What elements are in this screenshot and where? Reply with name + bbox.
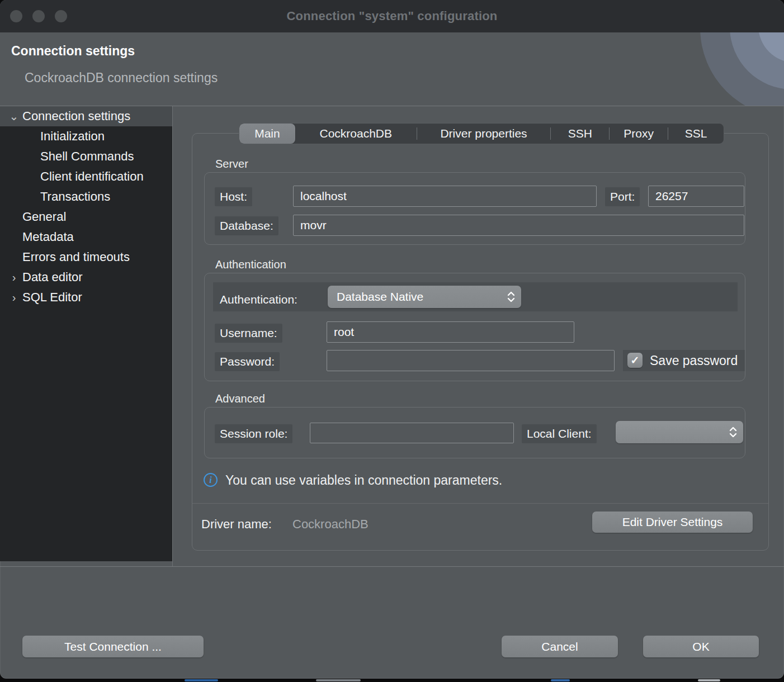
tree-item-transactions[interactable]: Transactions [0, 187, 172, 207]
dialog-header: Connection settings CockroachDB connecti… [0, 32, 784, 106]
connection-config-dialog: Connection "system" configuration Connec… [0, 0, 784, 679]
ok-button[interactable]: OK [643, 636, 759, 657]
updown-chevrons-icon [507, 291, 516, 303]
header-title: Connection settings [11, 44, 135, 59]
driver-name-value: CockroachDB [292, 517, 369, 532]
tree-item-label: Transactions [40, 190, 110, 204]
tab-ssh[interactable]: SSH [551, 124, 609, 144]
background-fragment [698, 679, 720, 681]
header-subtitle: CockroachDB connection settings [25, 70, 218, 86]
tree-item-client-identification[interactable]: Client identification [0, 167, 172, 187]
tree-item-label: Data editor [22, 270, 83, 285]
check-icon: ✓ [631, 354, 640, 367]
advanced-group-title: Advanced [215, 392, 265, 405]
driver-row-separator [192, 503, 768, 504]
driver-name-label: Driver name: [201, 517, 272, 532]
local-client-label: Local Client: [522, 424, 597, 443]
tab-label: Main [254, 127, 280, 140]
tab-label: CockroachDB [319, 127, 392, 140]
tree-item-general[interactable]: General [0, 207, 172, 227]
tab-label: SSH [568, 127, 592, 140]
advanced-group: Session role: Local Client: [204, 407, 745, 458]
tree-item-metadata[interactable]: Metadata [0, 227, 172, 247]
tab-main[interactable]: Main [239, 124, 295, 144]
tree-item-label: Metadata [22, 230, 74, 244]
username-label: Username: [215, 324, 282, 343]
authentication-group-title: Authentication [215, 258, 286, 271]
edit-driver-settings-button[interactable]: Edit Driver Settings [592, 512, 753, 533]
decorative-arcs [678, 32, 784, 106]
traffic-lights [10, 10, 67, 22]
cancel-button[interactable]: Cancel [502, 636, 618, 657]
authentication-select-value: Database Native [337, 290, 423, 304]
authentication-group: Authentication: Database Native Username… [204, 273, 745, 381]
tab-ssl[interactable]: SSL [668, 124, 724, 144]
window-title: Connection "system" configuration [286, 9, 497, 23]
session-role-input[interactable] [310, 423, 514, 443]
tree-item-connection-settings[interactable]: ⌄ Connection settings [0, 106, 172, 126]
username-input[interactable] [327, 321, 574, 343]
authentication-label: Authentication: [215, 290, 303, 309]
local-client-select[interactable] [616, 421, 743, 443]
save-password-label[interactable]: Save password [650, 353, 745, 368]
tab-label: Driver properties [440, 127, 527, 140]
minimize-window-icon[interactable] [32, 10, 45, 22]
password-input[interactable] [327, 350, 615, 371]
chevron-down-icon[interactable]: ⌄ [6, 110, 22, 123]
tab-proxy[interactable]: Proxy [610, 124, 668, 144]
session-role-label: Session role: [215, 424, 292, 443]
sidebar-divider [172, 106, 173, 566]
settings-tree: ⌄ Connection settings Initialization She… [0, 106, 172, 561]
tree-item-label: Errors and timeouts [22, 250, 130, 264]
tree-item-sql-editor[interactable]: › SQL Editor [0, 287, 172, 307]
updown-chevrons-icon [729, 426, 738, 438]
tree-item-label: Client identification [40, 169, 144, 184]
info-icon-glyph: i [209, 475, 211, 485]
tree-item-label: SQL Editor [22, 290, 82, 305]
authentication-select[interactable]: Database Native [328, 286, 521, 308]
zoom-window-icon[interactable] [55, 10, 67, 22]
tree-item-shell-commands[interactable]: Shell Commands [0, 146, 172, 167]
chevron-right-icon[interactable]: › [6, 271, 22, 284]
background-fragment [316, 679, 361, 681]
tree-item-label: General [22, 210, 66, 224]
tree-item-label: Connection settings [22, 109, 130, 124]
tab-cockroachdb[interactable]: CockroachDB [295, 124, 417, 144]
database-input[interactable] [293, 215, 744, 236]
background-fragment [185, 679, 218, 681]
port-input[interactable] [648, 186, 744, 207]
footer-divider [0, 566, 784, 567]
tree-item-label: Initialization [40, 129, 105, 144]
title-bar: Connection "system" configuration [0, 0, 784, 32]
close-window-icon[interactable] [10, 10, 22, 22]
database-label: Database: [215, 216, 278, 235]
server-group: Host: Port: Database: [204, 172, 745, 245]
chevron-right-icon[interactable]: › [6, 291, 22, 304]
background-fragment [551, 679, 570, 681]
tree-item-errors-and-timeouts[interactable]: Errors and timeouts [0, 247, 172, 267]
tree-item-initialization[interactable]: Initialization [0, 126, 172, 146]
test-connection-button[interactable]: Test Connection ... [22, 636, 204, 657]
tab-label: Proxy [624, 127, 654, 140]
port-label: Port: [605, 187, 640, 206]
connection-tabs: Main CockroachDB Driver properties SSH P… [239, 123, 724, 144]
host-input[interactable] [293, 186, 597, 207]
info-message: You can use variables in connection para… [225, 473, 502, 488]
tree-item-label: Shell Commands [40, 149, 134, 164]
host-label: Host: [215, 187, 252, 206]
info-icon: i [204, 473, 218, 487]
password-label: Password: [215, 352, 280, 371]
save-password-checkbox[interactable]: ✓ [627, 353, 643, 368]
tab-driver-properties[interactable]: Driver properties [417, 124, 551, 144]
tree-item-data-editor[interactable]: › Data editor [0, 267, 172, 287]
tab-label: SSL [685, 127, 707, 140]
server-group-title: Server [215, 158, 248, 170]
